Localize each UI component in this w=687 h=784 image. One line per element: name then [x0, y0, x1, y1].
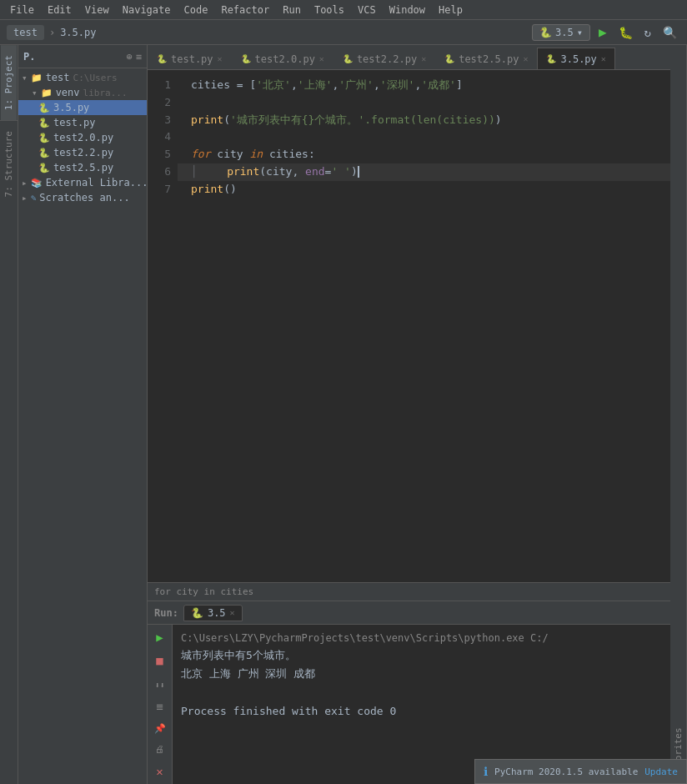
tab-label-test20-py: test2.0.py	[255, 53, 315, 65]
run-output-empty	[181, 684, 662, 702]
run-output-cities: 北京 上海 广州 深圳 成都	[181, 665, 662, 683]
menu-navigate[interactable]: Navigate	[116, 3, 178, 18]
tab-label-3-5-py: 3.5.py	[560, 53, 596, 65]
tree-item-test22-py[interactable]: 🐍 test2.2.py	[18, 145, 147, 160]
run-label: Run:	[154, 607, 178, 619]
tab-close-3-5[interactable]: ✕	[601, 54, 606, 63]
menu-vcs[interactable]: VCS	[351, 3, 383, 18]
tab-close-test20[interactable]: ✕	[319, 54, 324, 63]
py-file-icon-active: 🐍	[38, 103, 50, 113]
run-tab-3-5[interactable]: 🐍 3.5 ✕	[183, 605, 243, 621]
tree-path-venv: libra...	[83, 88, 128, 98]
tabs-bar: 🐍 test.py ✕ 🐍 test2.0.py ✕ 🐍 test2.2.py …	[148, 45, 670, 70]
python-icon: 🐍	[539, 27, 552, 38]
reload-button[interactable]: ↻	[641, 24, 654, 41]
tree-label-external-libs: External Libra...	[46, 177, 147, 188]
run-scroll-button[interactable]: ⬇⬇	[152, 678, 167, 692]
code-line-1: cities = ['北京','上海','广州','深圳','成都']	[178, 77, 670, 94]
py-file-icon-test20: 🐍	[38, 133, 50, 143]
tree-item-test25-py[interactable]: 🐍 test2.5.py	[18, 160, 147, 175]
sidebar-item-project[interactable]: 1: Project	[1, 45, 17, 120]
tab-close-test[interactable]: ✕	[218, 54, 223, 63]
run-tab-icon: 🐍	[191, 607, 203, 619]
tree-item-test-root[interactable]: ▾ 📁 test C:\Users	[18, 70, 147, 85]
lib-icon: 📚	[31, 178, 43, 188]
menu-help[interactable]: Help	[432, 3, 469, 18]
update-link[interactable]: Update	[644, 766, 678, 777]
pycharm-update-notification: ℹ PyCharm 2020.1.5 available Update	[474, 759, 687, 784]
run-button[interactable]: ▶	[595, 23, 610, 42]
tab-label-test22-py: test2.2.py	[357, 53, 417, 65]
tree-path-test: C:\Users	[73, 73, 118, 83]
menu-file[interactable]: File	[3, 3, 41, 18]
tree-label-venv: venv	[56, 87, 80, 98]
py-file-icon-test25: 🐍	[38, 163, 50, 173]
tab-close-test22[interactable]: ✕	[421, 54, 426, 63]
tree-item-external-libs[interactable]: ▸ 📚 External Libra...	[18, 175, 147, 190]
tree-item-test-py[interactable]: 🐍 test.py	[18, 115, 147, 130]
menu-tools[interactable]: Tools	[308, 3, 351, 18]
tab-test-py[interactable]: 🐍 test.py ✕	[148, 48, 232, 69]
run-settings-button[interactable]: ≡	[153, 697, 165, 716]
editor-main[interactable]: 1 2 3 4 5 6 7 cities = ['北京','上海','广州','…	[148, 70, 670, 582]
editor-breadcrumb: for city in cities	[154, 586, 253, 597]
tree-label-test: test	[46, 72, 70, 83]
chevron-down-icon: ▾	[577, 27, 583, 38]
run-tab-close[interactable]: ✕	[230, 608, 235, 617]
menu-run[interactable]: Run	[276, 3, 308, 18]
content-area: 1: Project 7: Structure P. ⊕ ≡ ▾ 📁 test …	[0, 45, 687, 784]
tree-item-venv[interactable]: ▾ 📁 venv libra...	[18, 85, 147, 100]
run-stop-button[interactable]: ■	[153, 651, 165, 670]
debug-button[interactable]: 🐛	[615, 24, 636, 41]
run-tab-label: 3.5	[208, 607, 226, 619]
run-print-button[interactable]: 🖨	[153, 741, 167, 757]
tree-item-3-5-py[interactable]: 🐍 3.5.py	[18, 100, 147, 115]
info-icon: ℹ	[484, 765, 488, 778]
project-panel: P. ⊕ ≡ ▾ 📁 test C:\Users ▾ 📁 ve	[18, 45, 148, 784]
tab-test22-py[interactable]: 🐍 test2.2.py ✕	[333, 48, 435, 69]
sidebar-item-structure[interactable]: 7: Structure	[1, 121, 17, 207]
update-text: PyCharm 2020.1.5 available	[494, 766, 638, 777]
favorites-tab[interactable]: Favorites	[670, 45, 687, 784]
menu-window[interactable]: Window	[383, 3, 432, 18]
project-panel-icons: ⊕ ≡	[127, 51, 142, 63]
settings-icon[interactable]: ≡	[136, 51, 142, 63]
code-line-6: │ print(city, end=' ')	[178, 163, 670, 181]
tree-label-test-py: test.py	[53, 117, 96, 128]
tree-label-scratches: Scratches an...	[39, 192, 129, 204]
tab-close-test25[interactable]: ✕	[523, 54, 528, 63]
menu-view[interactable]: View	[78, 3, 116, 18]
project-panel-header: P. ⊕ ≡	[18, 45, 147, 68]
arrow-down-icon: ▾	[22, 73, 28, 83]
search-button[interactable]: 🔍	[659, 24, 680, 41]
arrow-right-icon-ext: ▸	[22, 178, 28, 188]
toolbar-right: 🐍 3.5 ▾ ▶ 🐛 ↻ 🔍	[532, 23, 680, 42]
menu-code[interactable]: Code	[178, 3, 215, 18]
run-play-button[interactable]: ▶	[153, 628, 165, 646]
menu-edit[interactable]: Edit	[41, 3, 78, 18]
editor-status-bar: for city in cities	[148, 582, 670, 601]
python-version-selector[interactable]: 🐍 3.5 ▾	[532, 24, 590, 41]
tab-test25-py[interactable]: 🐍 test2.5.py ✕	[435, 48, 537, 69]
project-panel-title: P.	[23, 51, 35, 63]
menu-refactor[interactable]: Refactor	[214, 3, 276, 18]
tree-item-scratches[interactable]: ▸ ✎ Scratches an...	[18, 190, 147, 205]
tab-label-test25-py: test2.5.py	[459, 53, 519, 65]
run-output-chinese: 城市列表中有5个城市。	[181, 646, 662, 665]
code-line-2	[178, 94, 670, 112]
tree-label-test20-py: test2.0.py	[53, 132, 113, 143]
tree-item-test20-py[interactable]: 🐍 test2.0.py	[18, 130, 147, 145]
code-editor[interactable]: cities = ['北京','上海','广州','深圳','成都'] prin…	[178, 70, 670, 582]
tab-icon-test25: 🐍	[444, 54, 454, 63]
run-close-button[interactable]: ✕	[153, 762, 165, 781]
toolbar: test › 3.5.py 🐍 3.5 ▾ ▶ 🐛 ↻ 🔍	[0, 20, 687, 45]
tab-icon-test: 🐍	[157, 54, 167, 63]
tab-icon-3-5: 🐍	[546, 54, 556, 63]
run-pin-button[interactable]: 📌	[152, 721, 168, 736]
tab-3-5-py[interactable]: 🐍 3.5.py ✕	[537, 48, 614, 69]
locate-icon[interactable]: ⊕	[127, 51, 133, 63]
arrow-right-icon: ▾	[32, 88, 38, 98]
toolbar-separator: ›	[49, 27, 55, 38]
tab-icon-test22: 🐍	[343, 54, 353, 63]
tab-test20-py[interactable]: 🐍 test2.0.py ✕	[232, 48, 333, 69]
